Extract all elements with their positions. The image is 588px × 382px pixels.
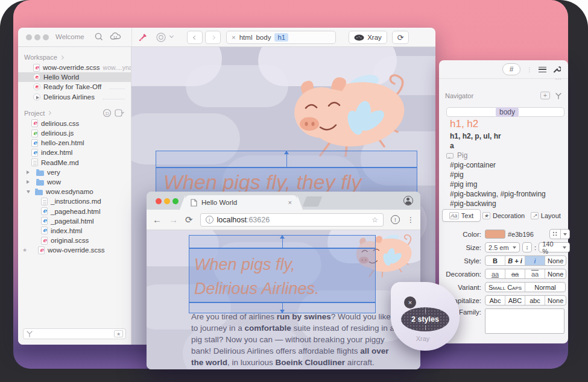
- page-info-icon[interactable]: i: [206, 216, 213, 224]
- pen-tool-icon[interactable]: [138, 32, 148, 43]
- menu-icon[interactable]: [539, 67, 546, 72]
- capitalize-option[interactable]: ABC: [505, 296, 525, 305]
- forward-button[interactable]: →: [169, 214, 178, 225]
- sidebar-file-row[interactable]: Ready for Take-Off: [18, 82, 131, 92]
- inspector-tab[interactable]: ↗ Layout: [526, 209, 565, 222]
- style-option[interactable]: B: [485, 256, 505, 265]
- selector-row[interactable]: #pig-backwing: [446, 199, 564, 208]
- sidebar-file-row[interactable]: index.html: [18, 148, 131, 157]
- forward-button[interactable]: [205, 31, 221, 44]
- new-tab-button[interactable]: [303, 196, 323, 207]
- disclosure-triangle[interactable]: [27, 180, 31, 184]
- more-dots[interactable]: …: [555, 74, 562, 81]
- project-section-header[interactable]: Project D: [18, 108, 131, 119]
- line-height-dropdown[interactable]: 140 %: [539, 242, 570, 252]
- add-selector-button[interactable]: +: [540, 92, 550, 99]
- selector-row[interactable]: #pig-backwing, #pig-frontwing: [446, 189, 564, 199]
- inspector-tab[interactable]: ★ Decoration: [482, 209, 525, 222]
- selector-row[interactable]: h1, h2, p, ul, hr: [446, 131, 564, 141]
- decoration-option[interactable]: None: [545, 269, 566, 278]
- xray-button[interactable]: Xray: [349, 31, 387, 44]
- sidebar-file-row[interactable]: wow: [18, 177, 131, 187]
- sidebar-file-row[interactable]: wow.esdynamo: [18, 187, 131, 196]
- refresh-button[interactable]: ⟳: [392, 31, 409, 44]
- sidebar-file-row[interactable]: wow-override.scss wow....ynamo: [18, 63, 131, 72]
- selector-row[interactable]: #pig-container: [446, 160, 564, 170]
- sidebar-file-row[interactable]: Delirious Airlines: [18, 92, 131, 102]
- line-height-icon[interactable]: ↕: [522, 242, 532, 252]
- decoration-option[interactable]: aa: [485, 269, 505, 278]
- sidebar-file-row[interactable]: ★ wow-override.scss: [18, 245, 131, 255]
- info-badge-icon[interactable]: !: [391, 215, 400, 224]
- url-bar[interactable]: i localhost:63626 ☆: [200, 213, 384, 227]
- capitalize-option[interactable]: abc: [525, 296, 545, 305]
- browser-menu-icon[interactable]: ⋮: [407, 216, 414, 224]
- inspector-tab[interactable]: Aa Text: [442, 209, 481, 222]
- window-minimize-button[interactable]: [34, 34, 40, 40]
- filter-icon[interactable]: [555, 92, 562, 99]
- font-family-listbox[interactable]: [485, 308, 564, 334]
- breadcrumb-close-icon[interactable]: ×: [232, 34, 236, 41]
- target-icon[interactable]: [156, 32, 166, 43]
- xray-lens[interactable]: 2 styles: [401, 307, 449, 331]
- sidebar-file-row[interactable]: _instructions.md: [18, 196, 131, 206]
- window-close-button[interactable]: [26, 34, 32, 40]
- window-close-button[interactable]: [156, 198, 162, 204]
- variant-option[interactable]: Normal: [525, 283, 565, 292]
- sidebar-file-row[interactable]: _pagetail.html: [18, 216, 131, 226]
- selector-row[interactable]: body: [446, 107, 564, 117]
- style-option[interactable]: B + i: [505, 256, 525, 265]
- font-size-dropdown[interactable]: 2.5 em: [485, 242, 520, 252]
- close-icon[interactable]: ×: [404, 296, 416, 308]
- window-zoom-button[interactable]: [43, 34, 49, 40]
- selector-row[interactable]: a: [446, 141, 564, 151]
- style-option[interactable]: i: [525, 256, 545, 265]
- back-button[interactable]: [187, 31, 203, 44]
- capitalize-option[interactable]: None: [545, 296, 566, 305]
- style-option[interactable]: None: [545, 256, 566, 265]
- cloud-smiley-icon[interactable]: [110, 32, 122, 42]
- color-swatch[interactable]: [485, 230, 505, 239]
- selector-row[interactable]: h1, h2: [446, 117, 564, 131]
- sidebar-file-row[interactable]: delirious.css: [18, 119, 131, 128]
- close-tab-icon[interactable]: ×: [288, 199, 292, 206]
- welcome-tab[interactable]: Welcome: [55, 33, 84, 40]
- chevron-down-icon[interactable]: [169, 34, 174, 38]
- selector-row[interactable]: #pig img: [446, 180, 564, 189]
- profile-icon[interactable]: [403, 196, 413, 205]
- disclosure-triangle[interactable]: [27, 171, 31, 174]
- sidebar-file-row[interactable]: ReadMe.md: [18, 158, 131, 168]
- sidebar-file-row[interactable]: delirious.js: [18, 128, 131, 138]
- filter-star-button[interactable]: ★: [114, 330, 123, 337]
- wrench-icon[interactable]: [552, 65, 561, 74]
- selector-row[interactable]: Pig: [446, 151, 564, 160]
- sidebar-file-row[interactable]: very: [18, 168, 131, 177]
- publish-icon[interactable]: D: [103, 108, 112, 117]
- variant-option[interactable]: Small Caps: [485, 283, 525, 292]
- hash-button[interactable]: #: [502, 63, 520, 75]
- sidebar-file-row[interactable]: hello-zen.html: [18, 138, 131, 148]
- breadcrumb-item[interactable]: html: [239, 34, 253, 41]
- decoration-option[interactable]: aa: [505, 269, 525, 278]
- bookmark-star-icon[interactable]: ☆: [371, 216, 378, 224]
- sidebar-file-row[interactable]: index.html: [18, 226, 131, 236]
- browser-tab[interactable]: Hello World ×: [185, 195, 297, 210]
- sidebar-file-row[interactable]: original.scss: [18, 236, 131, 245]
- reload-button[interactable]: ⟳: [185, 214, 193, 225]
- disclosure-triangle[interactable]: [27, 190, 30, 195]
- window-zoom-button[interactable]: [172, 198, 179, 204]
- color-picker-buttons[interactable]: [549, 229, 570, 239]
- back-button[interactable]: ←: [153, 214, 162, 225]
- sidebar-filter-field[interactable]: ★: [23, 328, 126, 339]
- window-minimize-button[interactable]: [164, 198, 170, 204]
- search-icon[interactable]: [94, 32, 104, 42]
- sidebar-file-row[interactable]: Hello World: [18, 72, 131, 82]
- workspace-section-header[interactable]: Workspace: [18, 52, 131, 63]
- sidebar-file-row[interactable]: _pagehead.html: [18, 206, 131, 216]
- selector-row[interactable]: #pig: [446, 170, 564, 180]
- breadcrumb-item[interactable]: body: [256, 34, 271, 41]
- decoration-option[interactable]: aa: [525, 269, 545, 278]
- capitalize-option[interactable]: Abc: [485, 296, 505, 305]
- settings-icon[interactable]: [115, 108, 125, 117]
- breadcrumb-item[interactable]: h1: [274, 33, 288, 42]
